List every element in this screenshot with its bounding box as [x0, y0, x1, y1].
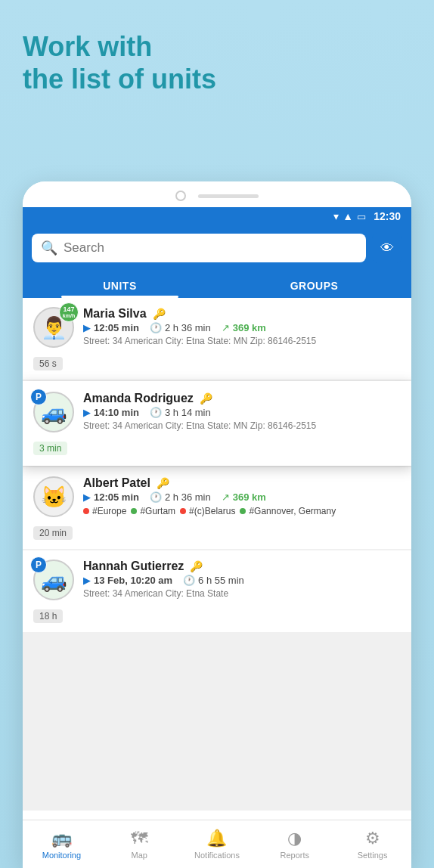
play-icon: ▶ — [83, 491, 91, 503]
time-badge: 20 min — [33, 526, 73, 540]
tag-europe: #Europe — [83, 506, 126, 516]
time-badge-area: 3 min — [33, 439, 401, 455]
search-icon: 🔍 — [41, 240, 57, 256]
search-area: 🔍 👁 — [23, 225, 411, 271]
car2-icon: 🚙 — [41, 568, 67, 593]
avatar-hannah: 🚙 P — [33, 560, 74, 600]
driving-time: ▶ 14:10 min — [83, 407, 139, 418]
unit-stats-hannah: ▶ 13 Feb, 10:20 am 🕐 6 h 55 min — [83, 575, 401, 586]
nav-notifications[interactable]: 🔔 Notifications — [178, 820, 256, 868]
status-bar: ▾ ▲ ▭ 12:30 — [23, 207, 411, 225]
avatar-albert: 🐱 — [33, 476, 74, 517]
unit-card-hannah[interactable]: 🚙 P Hannah Gutierrez 🔑 ▶ 13 Feb, 10:2 — [23, 550, 411, 632]
key-icon: 🔑 — [200, 392, 212, 405]
park-time: 🕐 3 h 14 min — [150, 407, 211, 418]
notifications-label: Notifications — [194, 851, 240, 860]
nav-reports[interactable]: ◑ Reports — [256, 820, 333, 868]
distance: ↗ 369 km — [222, 491, 266, 503]
map-icon: 🗺 — [131, 829, 147, 848]
speed-badge: 147 km/h — [59, 302, 79, 322]
tab-units[interactable]: UNITS — [23, 271, 217, 298]
tag-dot — [180, 508, 186, 514]
parking-badge: P — [30, 389, 47, 405]
unit-card[interactable]: 👨‍💼 147 km/h Maria Silva 🔑 — [23, 298, 411, 380]
tab-units-label: UNITS — [103, 280, 137, 292]
trend-icon: ↗ — [222, 491, 230, 503]
clock-icon: 🕐 — [183, 575, 195, 586]
clock-icon: 🕐 — [150, 322, 162, 333]
unit-stats-albert: ▶ 12:05 min 🕐 2 h 36 min ↗ 369 km — [83, 491, 401, 503]
parking-badge2: P — [30, 556, 47, 573]
time-badge: 56 s — [33, 357, 63, 370]
reports-icon: ◑ — [287, 829, 302, 848]
hero-title: Work with the list of units — [23, 30, 411, 95]
unit-info-amanda: Amanda Rodriguez 🔑 ▶ 14:10 min 🕐 3 h 14 … — [83, 392, 401, 432]
page-background: Work with the list of units ▾ ▲ ▭ 12:30 … — [0, 0, 434, 868]
search-row: 🔍 👁 — [32, 233, 402, 263]
monitoring-label: Monitoring — [42, 851, 81, 860]
cat-icon: 🐱 — [41, 485, 67, 510]
unit-name: Hannah Gutierrez — [83, 560, 184, 573]
battery-icon: ▭ — [357, 211, 366, 222]
unit-name-row: Albert Patel 🔑 — [83, 476, 401, 490]
clock-icon: 🕐 — [150, 407, 162, 418]
search-input[interactable] — [64, 240, 357, 256]
wifi-icon: ▾ — [333, 210, 339, 222]
driving-time: ▶ 12:05 min — [83, 322, 139, 333]
avatar-circle: 🐱 — [33, 476, 74, 517]
play-icon: ▶ — [83, 407, 91, 418]
tag-dot — [240, 508, 246, 514]
trend-icon: ↗ — [222, 322, 230, 333]
park-time: 🕐 2 h 36 min — [150, 322, 211, 333]
tags-row: #Europe #Gurtam #(c)Belarus — [83, 506, 401, 516]
unit-name: Albert Patel — [83, 476, 150, 490]
park-time: 🕐 2 h 36 min — [150, 491, 211, 503]
unit-address: Street: 34 American City: Etna State: MN… — [83, 420, 401, 432]
hero-line1: Work with — [23, 31, 152, 62]
tab-groups-label: GROUPS — [290, 280, 339, 292]
eye-icon: 👁 — [380, 240, 394, 256]
driving-time: ▶ 13 Feb, 10:20 am — [83, 575, 172, 586]
nav-settings[interactable]: ⚙ Settings — [333, 820, 411, 868]
unit-card-albert[interactable]: 🐱 Albert Patel 🔑 ▶ 12:05 min — [23, 467, 411, 549]
tabs-bar: UNITS GROUPS — [23, 271, 411, 298]
nav-map[interactable]: 🗺 Map — [101, 820, 178, 868]
settings-icon: ⚙ — [365, 829, 380, 848]
search-field-container[interactable]: 🔍 — [32, 234, 366, 262]
unit-name-row: Hannah Gutierrez 🔑 — [83, 560, 401, 573]
reports-label: Reports — [281, 851, 310, 860]
hero-line2: the list of units — [23, 64, 216, 95]
time-badge: 18 h — [33, 609, 63, 623]
time-badge-green: 3 min — [33, 442, 67, 455]
nav-monitoring[interactable]: 🚌 Monitoring — [23, 820, 101, 868]
eye-button[interactable]: 👁 — [372, 233, 402, 263]
avatar-amanda: 🚙 P — [33, 392, 74, 432]
map-label: Map — [131, 851, 147, 860]
avatar-maria: 👨‍💼 147 km/h — [33, 307, 74, 348]
tag-gannover: #Gannover, Germany — [240, 506, 336, 516]
unit-address: Street: 34 American City: Etna State: MN… — [83, 335, 401, 348]
car-icon: 🚙 — [41, 400, 67, 425]
unit-name-row: Maria Silva 🔑 — [83, 307, 401, 321]
hero-section: Work with the list of units — [0, 0, 434, 110]
time-badge-area: 56 s — [33, 354, 401, 370]
distance: ↗ 369 km — [222, 322, 266, 333]
units-list: 👨‍💼 147 km/h Maria Silva 🔑 — [23, 298, 411, 811]
status-time: 12:30 — [374, 210, 401, 222]
phone-mockup: ▾ ▲ ▭ 12:30 🔍 👁 UNITS — [23, 181, 411, 868]
time-badge-area: 20 min — [33, 523, 401, 540]
unit-stats-amanda: ▶ 14:10 min 🕐 3 h 14 min — [83, 407, 401, 418]
tab-groups[interactable]: GROUPS — [217, 271, 411, 298]
unit-name: Maria Silva — [83, 307, 147, 321]
phone-notch — [23, 181, 411, 207]
time-badge-area: 18 h — [33, 606, 401, 623]
unit-name-row: Amanda Rodriguez 🔑 — [83, 392, 401, 405]
settings-label: Settings — [358, 851, 388, 860]
unit-stats: ▶ 12:05 min 🕐 2 h 36 min ↗ 369 km — [83, 322, 401, 333]
monitoring-icon: 🚌 — [51, 829, 72, 848]
tag-dot — [131, 508, 137, 514]
park-time: 🕐 6 h 55 min — [183, 575, 244, 586]
notifications-icon: 🔔 — [206, 829, 227, 848]
key-icon: 🔑 — [157, 477, 169, 489]
unit-card-highlighted[interactable]: 🚙 P Amanda Rodriguez 🔑 ▶ 14:10 min — [23, 381, 411, 466]
